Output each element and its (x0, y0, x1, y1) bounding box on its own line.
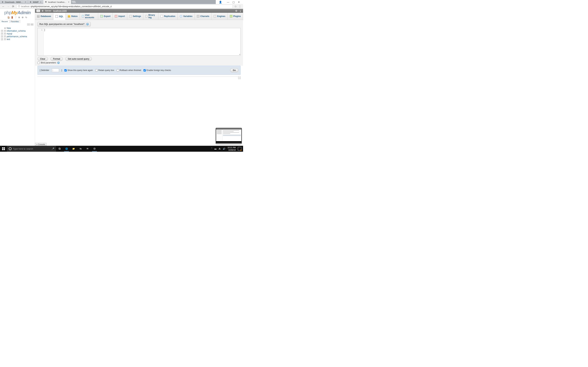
fk-checkbox[interactable] (144, 69, 146, 71)
user-avatar-icon[interactable]: 👤 (219, 1, 222, 3)
bind-parameters-checkbox[interactable] (37, 62, 40, 64)
tab-engines[interactable]: Engines (212, 13, 228, 20)
close-icon[interactable]: × (68, 1, 70, 3)
format-button[interactable]: Format (50, 57, 63, 61)
sidebar-tab-favorites[interactable]: Favorites (9, 20, 20, 23)
database-icon: 🗄 (4, 38, 6, 40)
tab-charsets[interactable]: Charsets (195, 13, 212, 20)
reload-icon[interactable]: ↻ (25, 16, 28, 19)
logout-icon[interactable]: 🚪 (11, 16, 14, 19)
delimiter-input[interactable] (52, 68, 59, 72)
start-button[interactable] (0, 146, 7, 152)
bookmark-sql-icon[interactable]: ▭ (238, 76, 241, 79)
tab-import[interactable]: Import (113, 13, 127, 20)
close-window-icon[interactable]: ✕ (238, 1, 240, 3)
browser-menu-icon[interactable]: ⋮ (239, 5, 241, 8)
show-again-checkbox[interactable] (64, 69, 67, 71)
taskbar-app-explorer[interactable]: 📁 (70, 146, 77, 152)
help-icon[interactable]: ? (57, 61, 60, 64)
server-link[interactable]: localhost:3306 (53, 10, 67, 12)
reload-icon[interactable]: ⟳ (12, 5, 15, 8)
tab-sql[interactable]: SQL (53, 13, 66, 20)
mic-icon[interactable]: 🎤 (52, 148, 54, 150)
expand-icon[interactable]: + (1, 38, 3, 40)
maximize-icon[interactable]: ▢ (232, 1, 235, 3)
console-icon: ▪ (37, 143, 37, 145)
taskbar-app-mamp[interactable]: Ⓜ (91, 146, 98, 152)
tab-status[interactable]: Status (66, 13, 80, 20)
sql-icon (55, 15, 58, 18)
taskbar-app-mail[interactable]: ✉ (84, 146, 91, 152)
option-rollback[interactable]: Rollback when finished (117, 69, 141, 71)
tray-chevron-icon[interactable]: ˄ (211, 148, 212, 150)
option-show-again[interactable]: Show this query here again (64, 69, 93, 71)
tree-db-performance-schema[interactable]: + 🗄 performance_schema (1, 35, 34, 38)
battery-icon[interactable]: ▬ (214, 148, 216, 150)
tree-new[interactable]: ✚ New (1, 27, 34, 30)
tab-variables[interactable]: Variables (178, 13, 195, 20)
help-icon[interactable]: ? (86, 23, 89, 25)
docs-icon[interactable]: ❔ (14, 16, 17, 19)
taskbar-app-store[interactable]: 🛍 (77, 146, 84, 152)
tab-user-accounts[interactable]: User accounts (80, 13, 98, 20)
tab-binary-log[interactable]: Binary log (143, 13, 158, 20)
sidebar-collapse-controls: − ∞ (0, 23, 35, 26)
volume-icon[interactable]: 🔊 (223, 148, 225, 150)
taskbar-clock[interactable]: 10:21 PM 10/30/18 (227, 146, 236, 151)
tab-export[interactable]: Export (98, 13, 113, 20)
browser-tab-1[interactable]: 🗎 MAMP × (28, 0, 43, 4)
panel-collapse-icon[interactable]: ← (36, 9, 40, 12)
collapse-icon[interactable]: − (27, 23, 30, 25)
console-tab[interactable]: ▪ Console (35, 143, 47, 146)
action-center-icon[interactable] (238, 147, 241, 150)
get-autosaved-button[interactable]: Get auto-saved query (65, 57, 92, 61)
back-icon[interactable]: ← (2, 5, 5, 8)
sidebar-tab-recent[interactable]: Recent (0, 20, 9, 23)
tree-db-information-schema[interactable]: + 🗄 information_schema (1, 30, 34, 32)
rollback-checkbox[interactable] (117, 69, 119, 71)
picture-in-picture-preview[interactable] (216, 128, 242, 144)
close-icon[interactable]: × (40, 1, 42, 3)
minimize-icon[interactable]: — (227, 1, 229, 3)
address-bar: ← → ⟳ ⓘ localhost/phpMyAdmin/server_sql.… (0, 4, 243, 9)
close-icon[interactable]: × (25, 1, 26, 3)
tab-settings[interactable]: Settings (127, 13, 143, 20)
site-info-icon[interactable]: ⓘ (18, 5, 20, 8)
taskbar-search[interactable]: Type here to search 🎤 (7, 146, 56, 152)
forward-icon[interactable]: → (7, 5, 10, 8)
sql-icon[interactable]: 🗎 (18, 16, 21, 19)
taskbar-app-chrome[interactable]: 🌐 (63, 146, 70, 152)
tree-db-test[interactable]: + 🗄 test (1, 38, 34, 41)
option-retain-query[interactable]: Retain query box (95, 69, 114, 71)
sql-editor[interactable]: 1 ◢ (37, 28, 241, 56)
task-view-icon[interactable]: ⧉ (56, 146, 63, 152)
retain-checkbox[interactable] (95, 69, 98, 71)
clock-time: 10:21 PM (227, 146, 236, 149)
browser-tab-2[interactable]: 🛠 localhost / localhost | ph × (43, 0, 71, 4)
go-button[interactable]: Go (230, 68, 238, 72)
clear-button[interactable]: Clear (37, 57, 48, 61)
settings-icon[interactable]: ⚙ (21, 16, 24, 19)
expand-icon[interactable]: + (1, 33, 3, 35)
engines-icon (214, 15, 216, 17)
bind-parameters-label: Bind parameters (41, 61, 56, 64)
tree-db-mysql[interactable]: + 🗄 mysql (1, 32, 34, 35)
page-pin-icon[interactable]: ⭳ (239, 9, 242, 12)
unlink-icon[interactable]: ∞ (31, 23, 34, 25)
tab-databases[interactable]: Databases (35, 13, 53, 20)
page-settings-icon[interactable]: ⚙ (235, 9, 237, 12)
tab-replication[interactable]: Replication (158, 13, 178, 20)
resize-handle-icon[interactable]: ◢ (239, 53, 240, 55)
option-foreign-key[interactable]: Enable foreign key checks (144, 69, 171, 71)
expand-icon[interactable]: + (1, 30, 3, 32)
sql-textarea[interactable]: ◢ (43, 28, 241, 55)
tab-plugins[interactable]: Plugins (228, 13, 243, 20)
phpmyadmin-logo[interactable]: phpMyAdmin (0, 9, 35, 16)
bookmark-icon[interactable]: ☆ (234, 5, 237, 8)
url-input[interactable]: ⓘ localhost/phpMyAdmin/server_sql.php?db… (17, 5, 233, 8)
network-icon[interactable]: 🖧 (219, 148, 221, 150)
new-tab-button[interactable] (71, 1, 76, 3)
expand-icon[interactable]: + (1, 35, 3, 38)
browser-tab-0[interactable]: 🗎 Downloads - MAMP & M × (0, 0, 28, 4)
home-icon[interactable]: 🏠 (7, 16, 10, 19)
